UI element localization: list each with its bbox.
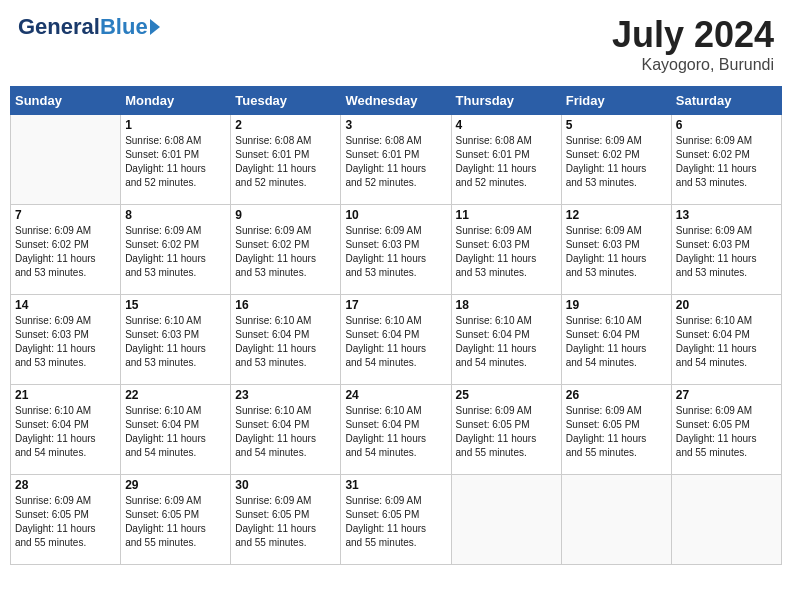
day-info: Sunrise: 6:09 AM Sunset: 6:02 PM Dayligh… (125, 224, 226, 280)
calendar-cell: 18Sunrise: 6:10 AM Sunset: 6:04 PM Dayli… (451, 295, 561, 385)
day-info: Sunrise: 6:09 AM Sunset: 6:05 PM Dayligh… (125, 494, 226, 550)
day-info: Sunrise: 6:09 AM Sunset: 6:03 PM Dayligh… (15, 314, 116, 370)
calendar-table: SundayMondayTuesdayWednesdayThursdayFrid… (10, 86, 782, 565)
day-info: Sunrise: 6:10 AM Sunset: 6:04 PM Dayligh… (456, 314, 557, 370)
day-number: 13 (676, 208, 777, 222)
day-info: Sunrise: 6:09 AM Sunset: 6:03 PM Dayligh… (456, 224, 557, 280)
calendar-header-tuesday: Tuesday (231, 87, 341, 115)
calendar-week-row: 28Sunrise: 6:09 AM Sunset: 6:05 PM Dayli… (11, 475, 782, 565)
day-info: Sunrise: 6:09 AM Sunset: 6:05 PM Dayligh… (235, 494, 336, 550)
calendar-week-row: 14Sunrise: 6:09 AM Sunset: 6:03 PM Dayli… (11, 295, 782, 385)
calendar-cell: 3Sunrise: 6:08 AM Sunset: 6:01 PM Daylig… (341, 115, 451, 205)
calendar-cell: 6Sunrise: 6:09 AM Sunset: 6:02 PM Daylig… (671, 115, 781, 205)
day-info: Sunrise: 6:09 AM Sunset: 6:03 PM Dayligh… (566, 224, 667, 280)
day-number: 24 (345, 388, 446, 402)
day-number: 15 (125, 298, 226, 312)
day-info: Sunrise: 6:09 AM Sunset: 6:05 PM Dayligh… (456, 404, 557, 460)
day-info: Sunrise: 6:09 AM Sunset: 6:03 PM Dayligh… (345, 224, 446, 280)
calendar-cell: 31Sunrise: 6:09 AM Sunset: 6:05 PM Dayli… (341, 475, 451, 565)
page-header: GeneralBlue July 2024 Kayogoro, Burundi (10, 10, 782, 78)
day-info: Sunrise: 6:09 AM Sunset: 6:05 PM Dayligh… (15, 494, 116, 550)
logo-triangle-icon (150, 19, 160, 35)
day-number: 3 (345, 118, 446, 132)
day-number: 5 (566, 118, 667, 132)
month-year: July 2024 (612, 14, 774, 56)
calendar-cell: 13Sunrise: 6:09 AM Sunset: 6:03 PM Dayli… (671, 205, 781, 295)
day-info: Sunrise: 6:09 AM Sunset: 6:02 PM Dayligh… (676, 134, 777, 190)
day-number: 25 (456, 388, 557, 402)
day-number: 19 (566, 298, 667, 312)
calendar-cell: 29Sunrise: 6:09 AM Sunset: 6:05 PM Dayli… (121, 475, 231, 565)
day-number: 26 (566, 388, 667, 402)
day-info: Sunrise: 6:09 AM Sunset: 6:05 PM Dayligh… (566, 404, 667, 460)
calendar-cell (561, 475, 671, 565)
day-info: Sunrise: 6:10 AM Sunset: 6:04 PM Dayligh… (235, 314, 336, 370)
logo-general: General (18, 14, 100, 40)
calendar-cell: 16Sunrise: 6:10 AM Sunset: 6:04 PM Dayli… (231, 295, 341, 385)
day-info: Sunrise: 6:10 AM Sunset: 6:04 PM Dayligh… (235, 404, 336, 460)
calendar-cell: 17Sunrise: 6:10 AM Sunset: 6:04 PM Dayli… (341, 295, 451, 385)
calendar-week-row: 1Sunrise: 6:08 AM Sunset: 6:01 PM Daylig… (11, 115, 782, 205)
calendar-cell (671, 475, 781, 565)
day-number: 20 (676, 298, 777, 312)
calendar-header-wednesday: Wednesday (341, 87, 451, 115)
calendar-cell: 28Sunrise: 6:09 AM Sunset: 6:05 PM Dayli… (11, 475, 121, 565)
day-number: 21 (15, 388, 116, 402)
day-number: 14 (15, 298, 116, 312)
day-number: 9 (235, 208, 336, 222)
title-section: July 2024 Kayogoro, Burundi (612, 14, 774, 74)
day-info: Sunrise: 6:09 AM Sunset: 6:05 PM Dayligh… (345, 494, 446, 550)
day-number: 27 (676, 388, 777, 402)
day-info: Sunrise: 6:10 AM Sunset: 6:03 PM Dayligh… (125, 314, 226, 370)
day-number: 22 (125, 388, 226, 402)
day-info: Sunrise: 6:10 AM Sunset: 6:04 PM Dayligh… (15, 404, 116, 460)
day-info: Sunrise: 6:10 AM Sunset: 6:04 PM Dayligh… (125, 404, 226, 460)
logo: GeneralBlue (18, 14, 160, 40)
calendar-week-row: 21Sunrise: 6:10 AM Sunset: 6:04 PM Dayli… (11, 385, 782, 475)
calendar-cell: 11Sunrise: 6:09 AM Sunset: 6:03 PM Dayli… (451, 205, 561, 295)
calendar-header-saturday: Saturday (671, 87, 781, 115)
calendar-cell: 23Sunrise: 6:10 AM Sunset: 6:04 PM Dayli… (231, 385, 341, 475)
day-info: Sunrise: 6:09 AM Sunset: 6:05 PM Dayligh… (676, 404, 777, 460)
day-number: 16 (235, 298, 336, 312)
day-info: Sunrise: 6:10 AM Sunset: 6:04 PM Dayligh… (345, 404, 446, 460)
day-number: 10 (345, 208, 446, 222)
day-info: Sunrise: 6:10 AM Sunset: 6:04 PM Dayligh… (345, 314, 446, 370)
calendar-cell: 5Sunrise: 6:09 AM Sunset: 6:02 PM Daylig… (561, 115, 671, 205)
calendar-cell: 8Sunrise: 6:09 AM Sunset: 6:02 PM Daylig… (121, 205, 231, 295)
calendar-cell: 2Sunrise: 6:08 AM Sunset: 6:01 PM Daylig… (231, 115, 341, 205)
day-info: Sunrise: 6:10 AM Sunset: 6:04 PM Dayligh… (566, 314, 667, 370)
day-info: Sunrise: 6:10 AM Sunset: 6:04 PM Dayligh… (676, 314, 777, 370)
calendar-cell: 22Sunrise: 6:10 AM Sunset: 6:04 PM Dayli… (121, 385, 231, 475)
day-number: 23 (235, 388, 336, 402)
day-info: Sunrise: 6:09 AM Sunset: 6:02 PM Dayligh… (566, 134, 667, 190)
day-number: 2 (235, 118, 336, 132)
calendar-cell (451, 475, 561, 565)
day-number: 28 (15, 478, 116, 492)
day-info: Sunrise: 6:09 AM Sunset: 6:02 PM Dayligh… (15, 224, 116, 280)
calendar-cell: 30Sunrise: 6:09 AM Sunset: 6:05 PM Dayli… (231, 475, 341, 565)
calendar-cell: 12Sunrise: 6:09 AM Sunset: 6:03 PM Dayli… (561, 205, 671, 295)
day-number: 31 (345, 478, 446, 492)
calendar-cell: 24Sunrise: 6:10 AM Sunset: 6:04 PM Dayli… (341, 385, 451, 475)
day-info: Sunrise: 6:08 AM Sunset: 6:01 PM Dayligh… (345, 134, 446, 190)
calendar-cell: 1Sunrise: 6:08 AM Sunset: 6:01 PM Daylig… (121, 115, 231, 205)
day-number: 6 (676, 118, 777, 132)
calendar-cell: 25Sunrise: 6:09 AM Sunset: 6:05 PM Dayli… (451, 385, 561, 475)
logo-text: GeneralBlue (18, 14, 160, 40)
day-info: Sunrise: 6:09 AM Sunset: 6:03 PM Dayligh… (676, 224, 777, 280)
day-number: 7 (15, 208, 116, 222)
day-number: 29 (125, 478, 226, 492)
calendar-cell: 27Sunrise: 6:09 AM Sunset: 6:05 PM Dayli… (671, 385, 781, 475)
day-number: 30 (235, 478, 336, 492)
day-info: Sunrise: 6:08 AM Sunset: 6:01 PM Dayligh… (456, 134, 557, 190)
day-number: 11 (456, 208, 557, 222)
calendar-cell: 20Sunrise: 6:10 AM Sunset: 6:04 PM Dayli… (671, 295, 781, 385)
calendar-cell: 15Sunrise: 6:10 AM Sunset: 6:03 PM Dayli… (121, 295, 231, 385)
day-number: 18 (456, 298, 557, 312)
calendar-cell: 21Sunrise: 6:10 AM Sunset: 6:04 PM Dayli… (11, 385, 121, 475)
calendar-week-row: 7Sunrise: 6:09 AM Sunset: 6:02 PM Daylig… (11, 205, 782, 295)
calendar-header-row: SundayMondayTuesdayWednesdayThursdayFrid… (11, 87, 782, 115)
calendar-header-friday: Friday (561, 87, 671, 115)
calendar-cell: 10Sunrise: 6:09 AM Sunset: 6:03 PM Dayli… (341, 205, 451, 295)
